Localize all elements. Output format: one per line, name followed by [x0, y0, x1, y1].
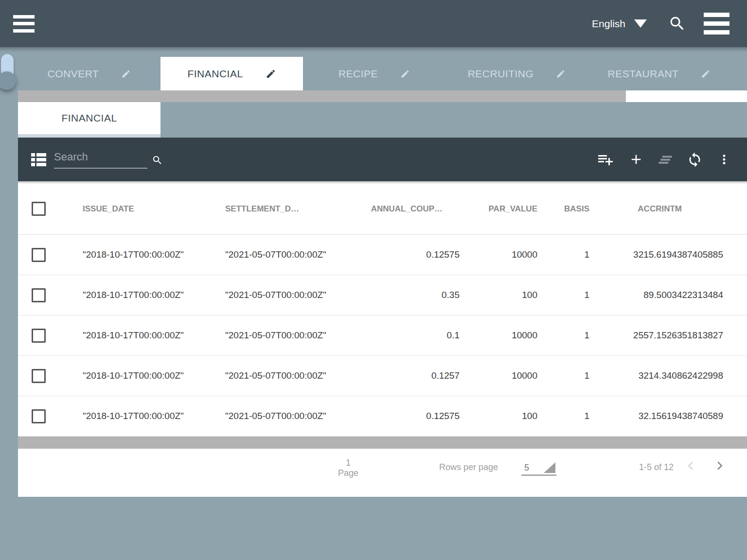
row-checkbox[interactable]	[32, 248, 46, 262]
subtab-financial[interactable]: FINANCIAL	[18, 102, 160, 134]
tab-recruiting[interactable]: RECRUITING	[445, 57, 588, 90]
table-toolbar	[18, 138, 747, 181]
add-column-icon[interactable]	[597, 151, 614, 168]
edit-pencil-icon[interactable]	[400, 69, 410, 79]
pagination-bar: 1 Page Rows per page 5 1-5 of 12	[18, 449, 747, 496]
cell-accrintm: 3215.6194387405885	[589, 249, 747, 260]
search-icon[interactable]	[668, 15, 686, 33]
add-row-icon[interactable]	[628, 152, 644, 167]
page-indicator: 1 Page	[334, 458, 363, 478]
tabs-scrollbar-track[interactable]	[18, 90, 747, 102]
cell-issue-date: "2018-10-17T00:00:00Z"	[78, 290, 221, 300]
table-header-row: ISSUE_DATE SETTLEMENT_D… ANNUAL_COUP… PA…	[18, 183, 747, 235]
row-checkbox[interactable]	[32, 369, 46, 383]
cell-basis: 1	[537, 249, 589, 260]
tab-label: RECIPE	[338, 68, 378, 80]
cell-settlement-date: "2021-05-07T00:00:00Z"	[221, 411, 350, 421]
tab-convert[interactable]: CONVERT	[18, 57, 160, 90]
column-header-accrintm: ACCRINTM	[589, 204, 747, 214]
topbar-actions: English	[592, 13, 729, 35]
cell-settlement-date: "2021-05-07T00:00:00Z"	[221, 330, 350, 341]
table-icon	[31, 153, 46, 166]
subtab-label: FINANCIAL	[61, 112, 117, 124]
cell-annual-coupon: 0.12575	[350, 411, 460, 421]
table-row[interactable]: "2018-10-17T00:00:00Z" "2021-05-07T00:00…	[18, 315, 747, 356]
cell-settlement-date: "2021-05-07T00:00:00Z"	[221, 370, 350, 381]
column-header-par-value: PAR_VALUE	[460, 204, 537, 214]
cell-annual-coupon: 0.12575	[350, 249, 460, 260]
edit-pencil-icon[interactable]	[556, 69, 566, 79]
edge-drag-knob[interactable]	[0, 71, 16, 90]
cell-accrintm: 32.15619438740589	[589, 411, 747, 421]
search-input[interactable]	[54, 151, 147, 163]
table-scrollbar-thumb[interactable]	[18, 437, 747, 449]
dropdown-caret-icon	[544, 462, 555, 473]
caret-down-icon	[634, 19, 647, 28]
overflow-menu-icon[interactable]	[704, 13, 729, 35]
cell-basis: 1	[537, 370, 589, 381]
tab-recipe[interactable]: RECIPE	[303, 57, 445, 90]
sort-icon[interactable]	[658, 152, 673, 167]
table-tabs: CONVERT FINANCIAL RECIPE RECRUITING REST…	[18, 47, 747, 90]
cell-accrintm: 2557.1526351813827	[589, 330, 747, 341]
edit-pencil-icon[interactable]	[266, 69, 276, 79]
more-options-icon[interactable]	[717, 152, 731, 167]
cell-annual-coupon: 0.1	[350, 330, 460, 341]
edit-pencil-icon[interactable]	[121, 69, 131, 79]
top-bar: English	[0, 0, 747, 47]
tab-label: RESTAURANT	[608, 68, 679, 80]
cell-basis: 1	[537, 290, 589, 300]
table-row[interactable]: "2018-10-17T00:00:00Z" "2021-05-07T00:00…	[18, 396, 747, 437]
app-window: English CONVERT FINANCIAL RECIPE RECRUIT	[0, 0, 747, 560]
page-number: 1	[334, 458, 363, 468]
cell-par-value: 100	[460, 290, 537, 300]
refresh-icon[interactable]	[687, 152, 703, 168]
previous-page-icon[interactable]	[682, 457, 699, 474]
language-label: English	[592, 18, 625, 30]
next-page-icon[interactable]	[711, 457, 728, 474]
cell-annual-coupon: 0.1257	[350, 370, 460, 381]
language-selector[interactable]: English	[592, 18, 647, 30]
tab-restaurant[interactable]: RESTAURANT	[588, 57, 730, 90]
row-range-label: 1-5 of 12	[639, 462, 674, 472]
tab-label: FINANCIAL	[187, 68, 243, 80]
search-submit-icon[interactable]	[152, 155, 163, 166]
cell-accrintm: 3214.340862422998	[589, 370, 747, 381]
tab-label: RECRUITING	[468, 68, 534, 80]
search-field	[54, 151, 147, 169]
row-checkbox[interactable]	[32, 329, 46, 343]
rows-per-page-label: Rows per page	[439, 462, 498, 472]
cell-settlement-date: "2021-05-07T00:00:00Z"	[221, 290, 350, 300]
page-label: Page	[334, 468, 363, 478]
column-header-basis: BASIS	[537, 204, 589, 214]
cell-issue-date: "2018-10-17T00:00:00Z"	[78, 249, 221, 260]
cell-basis: 1	[537, 330, 589, 341]
table-row[interactable]: "2018-10-17T00:00:00Z" "2021-05-07T00:00…	[18, 235, 747, 275]
cell-issue-date: "2018-10-17T00:00:00Z"	[78, 330, 221, 341]
column-header-issue-date: ISSUE_DATE	[78, 204, 221, 214]
table-row[interactable]: "2018-10-17T00:00:00Z" "2021-05-07T00:00…	[18, 356, 747, 396]
cell-settlement-date: "2021-05-07T00:00:00Z"	[221, 249, 350, 260]
menu-icon[interactable]	[13, 15, 35, 33]
table-row[interactable]: "2018-10-17T00:00:00Z" "2021-05-07T00:00…	[18, 275, 747, 315]
row-checkbox[interactable]	[32, 288, 46, 302]
column-header-settlement-date: SETTLEMENT_D…	[221, 204, 350, 214]
rows-per-page-select[interactable]: 5	[521, 458, 556, 476]
select-all-checkbox[interactable]	[32, 202, 46, 216]
table-card: ISSUE_DATE SETTLEMENT_D… ANNUAL_COUP… PA…	[18, 181, 747, 497]
cell-annual-coupon: 0.35	[350, 290, 460, 300]
cell-par-value: 10000	[460, 370, 537, 381]
cell-par-value: 100	[460, 411, 537, 421]
cell-accrintm: 89.5003422313484	[589, 290, 747, 300]
column-header-annual-coupon: ANNUAL_COUP…	[350, 204, 460, 214]
rows-per-page-value: 5	[524, 463, 529, 473]
cell-issue-date: "2018-10-17T00:00:00Z"	[78, 370, 221, 381]
cell-par-value: 10000	[460, 249, 537, 260]
row-checkbox[interactable]	[32, 409, 46, 423]
cell-issue-date: "2018-10-17T00:00:00Z"	[78, 411, 221, 421]
tab-financial[interactable]: FINANCIAL	[160, 57, 303, 90]
tabs-scrollbar-thumb[interactable]	[18, 90, 626, 102]
cell-par-value: 10000	[460, 330, 537, 341]
edit-pencil-icon[interactable]	[701, 69, 711, 79]
subtab-edge	[18, 134, 160, 138]
